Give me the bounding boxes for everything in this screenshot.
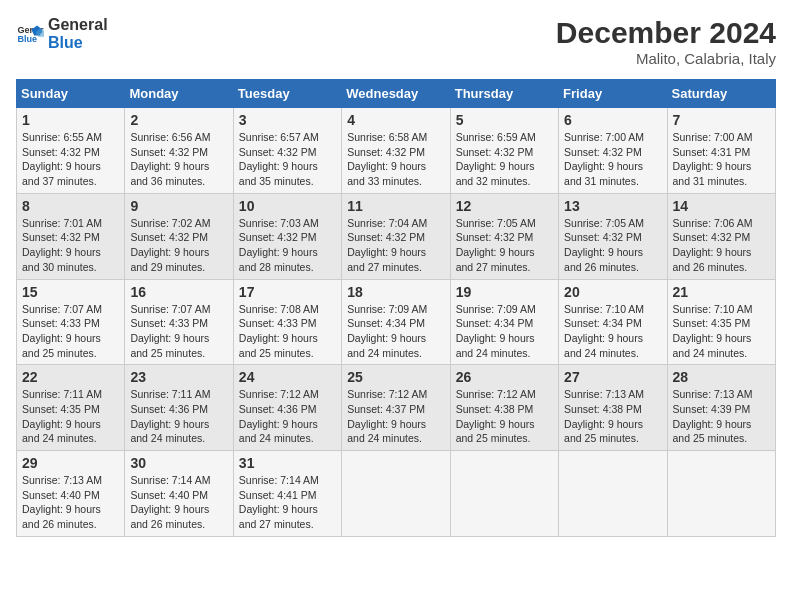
weekday-header-friday: Friday <box>559 80 667 108</box>
day-number: 8 <box>22 198 119 214</box>
day-number: 16 <box>130 284 227 300</box>
calendar-cell: 14Sunrise: 7:06 AM Sunset: 4:32 PM Dayli… <box>667 193 775 279</box>
page-header: General Blue General Blue December 2024 … <box>16 16 776 67</box>
day-info: Sunrise: 7:05 AM Sunset: 4:32 PM Dayligh… <box>564 216 661 275</box>
day-number: 7 <box>673 112 770 128</box>
calendar-cell: 12Sunrise: 7:05 AM Sunset: 4:32 PM Dayli… <box>450 193 558 279</box>
svg-text:Blue: Blue <box>17 34 37 44</box>
day-number: 11 <box>347 198 444 214</box>
calendar-cell: 2Sunrise: 6:56 AM Sunset: 4:32 PM Daylig… <box>125 108 233 194</box>
day-info: Sunrise: 6:59 AM Sunset: 4:32 PM Dayligh… <box>456 130 553 189</box>
day-number: 23 <box>130 369 227 385</box>
calendar-cell: 8Sunrise: 7:01 AM Sunset: 4:32 PM Daylig… <box>17 193 125 279</box>
day-info: Sunrise: 7:04 AM Sunset: 4:32 PM Dayligh… <box>347 216 444 275</box>
day-info: Sunrise: 7:13 AM Sunset: 4:39 PM Dayligh… <box>673 387 770 446</box>
day-info: Sunrise: 6:55 AM Sunset: 4:32 PM Dayligh… <box>22 130 119 189</box>
calendar-week-3: 15Sunrise: 7:07 AM Sunset: 4:33 PM Dayli… <box>17 279 776 365</box>
calendar-subtitle: Malito, Calabria, Italy <box>556 50 776 67</box>
day-info: Sunrise: 6:56 AM Sunset: 4:32 PM Dayligh… <box>130 130 227 189</box>
day-info: Sunrise: 6:57 AM Sunset: 4:32 PM Dayligh… <box>239 130 336 189</box>
calendar-cell: 21Sunrise: 7:10 AM Sunset: 4:35 PM Dayli… <box>667 279 775 365</box>
calendar-cell: 17Sunrise: 7:08 AM Sunset: 4:33 PM Dayli… <box>233 279 341 365</box>
day-info: Sunrise: 7:12 AM Sunset: 4:37 PM Dayligh… <box>347 387 444 446</box>
day-info: Sunrise: 7:07 AM Sunset: 4:33 PM Dayligh… <box>130 302 227 361</box>
calendar-cell: 15Sunrise: 7:07 AM Sunset: 4:33 PM Dayli… <box>17 279 125 365</box>
calendar-cell: 6Sunrise: 7:00 AM Sunset: 4:32 PM Daylig… <box>559 108 667 194</box>
calendar-week-4: 22Sunrise: 7:11 AM Sunset: 4:35 PM Dayli… <box>17 365 776 451</box>
day-info: Sunrise: 7:05 AM Sunset: 4:32 PM Dayligh… <box>456 216 553 275</box>
day-number: 4 <box>347 112 444 128</box>
calendar-cell: 23Sunrise: 7:11 AM Sunset: 4:36 PM Dayli… <box>125 365 233 451</box>
day-number: 31 <box>239 455 336 471</box>
weekday-header-saturday: Saturday <box>667 80 775 108</box>
calendar-table: SundayMondayTuesdayWednesdayThursdayFrid… <box>16 79 776 537</box>
day-number: 14 <box>673 198 770 214</box>
day-info: Sunrise: 7:01 AM Sunset: 4:32 PM Dayligh… <box>22 216 119 275</box>
day-number: 5 <box>456 112 553 128</box>
day-info: Sunrise: 7:00 AM Sunset: 4:31 PM Dayligh… <box>673 130 770 189</box>
calendar-title: December 2024 <box>556 16 776 50</box>
calendar-cell: 31Sunrise: 7:14 AM Sunset: 4:41 PM Dayli… <box>233 451 341 537</box>
day-number: 21 <box>673 284 770 300</box>
day-info: Sunrise: 7:12 AM Sunset: 4:38 PM Dayligh… <box>456 387 553 446</box>
day-info: Sunrise: 7:09 AM Sunset: 4:34 PM Dayligh… <box>456 302 553 361</box>
day-number: 29 <box>22 455 119 471</box>
day-info: Sunrise: 7:13 AM Sunset: 4:38 PM Dayligh… <box>564 387 661 446</box>
weekday-header-wednesday: Wednesday <box>342 80 450 108</box>
day-number: 6 <box>564 112 661 128</box>
day-info: Sunrise: 7:13 AM Sunset: 4:40 PM Dayligh… <box>22 473 119 532</box>
calendar-cell: 9Sunrise: 7:02 AM Sunset: 4:32 PM Daylig… <box>125 193 233 279</box>
day-info: Sunrise: 6:58 AM Sunset: 4:32 PM Dayligh… <box>347 130 444 189</box>
calendar-cell: 24Sunrise: 7:12 AM Sunset: 4:36 PM Dayli… <box>233 365 341 451</box>
calendar-cell: 20Sunrise: 7:10 AM Sunset: 4:34 PM Dayli… <box>559 279 667 365</box>
calendar-cell: 3Sunrise: 6:57 AM Sunset: 4:32 PM Daylig… <box>233 108 341 194</box>
day-number: 17 <box>239 284 336 300</box>
day-info: Sunrise: 7:08 AM Sunset: 4:33 PM Dayligh… <box>239 302 336 361</box>
logo-line2: Blue <box>48 34 108 52</box>
calendar-cell: 5Sunrise: 6:59 AM Sunset: 4:32 PM Daylig… <box>450 108 558 194</box>
day-number: 25 <box>347 369 444 385</box>
day-info: Sunrise: 7:14 AM Sunset: 4:40 PM Dayligh… <box>130 473 227 532</box>
day-number: 30 <box>130 455 227 471</box>
logo-icon: General Blue <box>16 20 44 48</box>
day-number: 24 <box>239 369 336 385</box>
day-info: Sunrise: 7:06 AM Sunset: 4:32 PM Dayligh… <box>673 216 770 275</box>
day-number: 2 <box>130 112 227 128</box>
logo: General Blue General Blue <box>16 16 108 51</box>
day-number: 20 <box>564 284 661 300</box>
day-number: 12 <box>456 198 553 214</box>
calendar-week-2: 8Sunrise: 7:01 AM Sunset: 4:32 PM Daylig… <box>17 193 776 279</box>
calendar-cell: 22Sunrise: 7:11 AM Sunset: 4:35 PM Dayli… <box>17 365 125 451</box>
calendar-cell <box>559 451 667 537</box>
weekday-header-sunday: Sunday <box>17 80 125 108</box>
calendar-cell: 11Sunrise: 7:04 AM Sunset: 4:32 PM Dayli… <box>342 193 450 279</box>
day-info: Sunrise: 7:10 AM Sunset: 4:34 PM Dayligh… <box>564 302 661 361</box>
calendar-header-row: SundayMondayTuesdayWednesdayThursdayFrid… <box>17 80 776 108</box>
day-number: 27 <box>564 369 661 385</box>
calendar-cell: 16Sunrise: 7:07 AM Sunset: 4:33 PM Dayli… <box>125 279 233 365</box>
day-info: Sunrise: 7:11 AM Sunset: 4:35 PM Dayligh… <box>22 387 119 446</box>
day-info: Sunrise: 7:00 AM Sunset: 4:32 PM Dayligh… <box>564 130 661 189</box>
day-number: 10 <box>239 198 336 214</box>
day-number: 13 <box>564 198 661 214</box>
calendar-cell: 19Sunrise: 7:09 AM Sunset: 4:34 PM Dayli… <box>450 279 558 365</box>
day-info: Sunrise: 7:14 AM Sunset: 4:41 PM Dayligh… <box>239 473 336 532</box>
weekday-header-thursday: Thursday <box>450 80 558 108</box>
calendar-cell: 13Sunrise: 7:05 AM Sunset: 4:32 PM Dayli… <box>559 193 667 279</box>
day-number: 1 <box>22 112 119 128</box>
weekday-header-tuesday: Tuesday <box>233 80 341 108</box>
day-info: Sunrise: 7:02 AM Sunset: 4:32 PM Dayligh… <box>130 216 227 275</box>
calendar-cell: 1Sunrise: 6:55 AM Sunset: 4:32 PM Daylig… <box>17 108 125 194</box>
calendar-cell: 25Sunrise: 7:12 AM Sunset: 4:37 PM Dayli… <box>342 365 450 451</box>
calendar-week-5: 29Sunrise: 7:13 AM Sunset: 4:40 PM Dayli… <box>17 451 776 537</box>
day-number: 3 <box>239 112 336 128</box>
day-number: 18 <box>347 284 444 300</box>
day-info: Sunrise: 7:10 AM Sunset: 4:35 PM Dayligh… <box>673 302 770 361</box>
day-number: 22 <box>22 369 119 385</box>
calendar-cell: 27Sunrise: 7:13 AM Sunset: 4:38 PM Dayli… <box>559 365 667 451</box>
calendar-cell: 29Sunrise: 7:13 AM Sunset: 4:40 PM Dayli… <box>17 451 125 537</box>
calendar-week-1: 1Sunrise: 6:55 AM Sunset: 4:32 PM Daylig… <box>17 108 776 194</box>
calendar-cell: 30Sunrise: 7:14 AM Sunset: 4:40 PM Dayli… <box>125 451 233 537</box>
calendar-cell: 28Sunrise: 7:13 AM Sunset: 4:39 PM Dayli… <box>667 365 775 451</box>
weekday-header-monday: Monday <box>125 80 233 108</box>
